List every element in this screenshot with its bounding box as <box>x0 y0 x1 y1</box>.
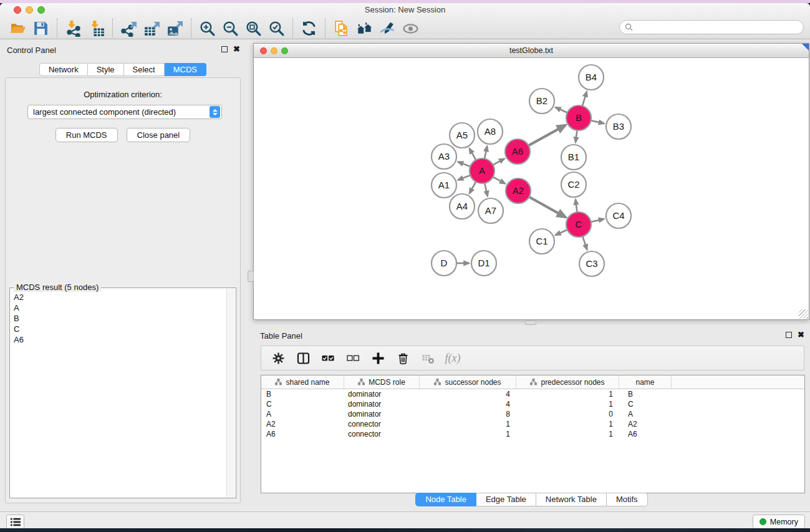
maximize-window-button[interactable] <box>37 6 45 14</box>
settings-button[interactable] <box>271 351 286 365</box>
zoom-in-button[interactable] <box>196 18 219 38</box>
edge-B-B4[interactable] <box>582 92 587 107</box>
node-A2[interactable]: A2 <box>506 178 531 203</box>
minimize-window-button[interactable] <box>26 6 33 14</box>
edge-A-A5[interactable] <box>470 148 476 161</box>
network-canvas[interactable]: AA1A2A3A4A5A6A7A8BB1B2B3B4CC1C2C3C4DD1 <box>254 58 809 319</box>
cell[interactable]: dominator <box>344 399 420 409</box>
tab-node-table[interactable]: Node Table <box>415 493 476 506</box>
cell[interactable]: A2 <box>261 419 344 429</box>
vertical-splitter-handle[interactable] <box>248 271 254 282</box>
close-table-panel-icon[interactable]: ✖ <box>798 332 804 338</box>
cell[interactable]: 8 <box>420 409 516 419</box>
node-A7[interactable]: A7 <box>478 198 503 223</box>
import-network-button[interactable] <box>62 18 85 38</box>
edge-C-C3[interactable] <box>582 235 587 249</box>
edge-B-B3[interactable] <box>590 120 604 123</box>
cell[interactable]: C <box>261 399 344 409</box>
result-scrollbar[interactable] <box>226 289 235 497</box>
search-box[interactable] <box>619 20 804 34</box>
tab-motifs[interactable]: Motifs <box>607 493 648 506</box>
zoom-selected-button[interactable] <box>265 18 288 38</box>
edge-A6-B[interactable] <box>528 125 566 147</box>
cell[interactable]: A <box>261 409 344 419</box>
show-hide-button[interactable] <box>399 18 422 38</box>
node-C3[interactable]: C3 <box>579 251 604 276</box>
cell[interactable]: 4 <box>420 389 516 399</box>
style-details-button[interactable] <box>376 18 399 38</box>
mcds-result-item[interactable]: A6 <box>11 334 226 345</box>
cell[interactable]: A6 <box>261 429 344 439</box>
optimization-criterion-select[interactable]: largest connected component (directed) <box>27 105 222 119</box>
mcds-result-list[interactable]: A2ABCA6 <box>11 292 226 497</box>
split-view-button[interactable] <box>296 351 311 365</box>
open-network-button[interactable] <box>6 18 29 38</box>
edge-B-B1[interactable] <box>576 129 577 142</box>
network-close-button[interactable] <box>260 47 267 54</box>
table-row[interactable]: Cdominator41C <box>261 399 804 409</box>
column-header-MCDS-role[interactable]: MCDS role <box>344 375 420 389</box>
mcds-result-item[interactable]: B <box>11 313 226 324</box>
edge-A-A2[interactable] <box>492 177 505 184</box>
cell[interactable]: 1 <box>420 419 516 429</box>
node-B1[interactable]: B1 <box>561 145 586 170</box>
run-mcds-button[interactable]: Run MCDS <box>55 128 118 142</box>
add-column-button[interactable] <box>370 351 385 365</box>
cell[interactable]: 1 <box>420 429 516 439</box>
horizontal-splitter-handle[interactable] <box>525 321 536 325</box>
mcds-result-item[interactable]: C <box>11 324 226 334</box>
refresh-layout-button[interactable] <box>297 18 321 38</box>
node-B[interactable]: B <box>566 105 591 130</box>
node-A1[interactable]: A1 <box>432 173 456 198</box>
close-panel-icon[interactable]: ✖ <box>233 46 240 52</box>
node-A5[interactable]: A5 <box>450 123 475 148</box>
table-row[interactable]: Bdominator41B <box>261 389 804 399</box>
node-C[interactable]: C <box>566 212 591 237</box>
memory-button[interactable]: Memory <box>753 515 805 528</box>
node-C1[interactable]: C1 <box>529 229 554 254</box>
cell[interactable]: dominator <box>344 409 420 419</box>
cell[interactable]: 0 <box>516 409 619 419</box>
network-maximize-button[interactable] <box>281 47 288 54</box>
edge-C-C1[interactable] <box>556 229 569 235</box>
cell[interactable]: A6 <box>619 429 672 439</box>
mcds-result-item[interactable]: A <box>11 302 226 313</box>
close-window-button[interactable] <box>14 6 21 14</box>
table-row[interactable]: A6connector11A6 <box>261 429 804 439</box>
edge-C-C4[interactable] <box>590 219 604 222</box>
function-button[interactable]: f(x) <box>445 351 460 365</box>
node-A6[interactable]: A6 <box>505 139 530 164</box>
tab-select[interactable]: Select <box>124 63 165 76</box>
edge-A-A7[interactable] <box>485 182 488 196</box>
edge-A-A4[interactable] <box>470 181 476 193</box>
show-panels-button[interactable] <box>6 515 24 528</box>
cell[interactable]: connector <box>344 419 420 429</box>
cell[interactable]: connector <box>344 429 420 439</box>
tab-edge-table[interactable]: Edge Table <box>476 493 536 506</box>
delete-table-button[interactable] <box>420 351 435 365</box>
column-header-shared-name[interactable]: shared name <box>261 375 344 389</box>
table-row[interactable]: A2connector11A2 <box>261 419 804 429</box>
deselect-all-button[interactable] <box>345 351 360 365</box>
home-button[interactable] <box>353 18 376 38</box>
tab-network[interactable]: Network <box>39 63 88 76</box>
search-input[interactable] <box>633 22 803 33</box>
clone-network-button[interactable] <box>330 18 353 38</box>
edge-A-A8[interactable] <box>485 147 488 160</box>
cell[interactable]: 1 <box>516 389 619 399</box>
edge-B-B2[interactable] <box>556 107 569 114</box>
cell[interactable]: B <box>261 389 344 399</box>
tab-network-table[interactable]: Network Table <box>536 493 607 506</box>
zoom-fit-button[interactable] <box>242 18 265 38</box>
node-A8[interactable]: A8 <box>478 119 503 144</box>
cell[interactable]: A <box>619 409 672 419</box>
column-header-predecessor-nodes[interactable]: predecessor nodes <box>516 375 619 389</box>
export-network-button[interactable] <box>117 18 140 38</box>
node-B4[interactable]: B4 <box>579 65 604 90</box>
column-header-successor-nodes[interactable]: successor nodes <box>420 375 516 389</box>
edge-C-C2[interactable] <box>576 200 577 213</box>
network-minimize-button[interactable] <box>271 47 277 54</box>
node-D[interactable]: D <box>432 251 456 276</box>
export-table-button[interactable] <box>140 18 163 38</box>
edge-A-A6[interactable] <box>492 158 504 165</box>
